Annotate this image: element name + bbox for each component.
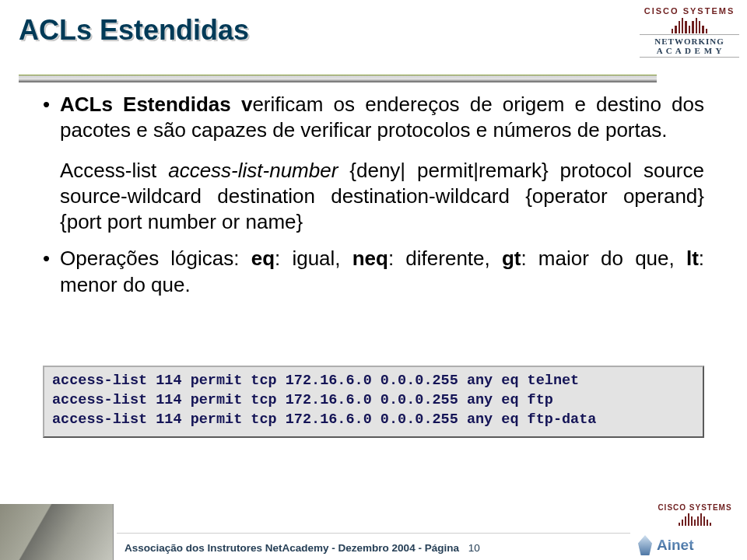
page-title: ACLs Estendidas	[19, 14, 626, 47]
bullet1-bold: ACLs Estendidas v	[60, 93, 252, 116]
footer-divider	[117, 533, 630, 534]
code-line-1: access-list 114 permit tcp 172.16.6.0 0.…	[52, 373, 579, 389]
cisco-logo-top: CISCO SYSTEMS NETWORKING A C A D E M Y	[640, 6, 739, 79]
b2-pre: Operações lógicas:	[60, 247, 251, 270]
ainet-logo: Ainet	[638, 535, 739, 555]
ainet-icon	[638, 535, 652, 555]
page-number: 10	[468, 542, 480, 554]
cisco-systems-label: CISCO SYSTEMS	[644, 6, 735, 16]
code-line-2: access-list 114 permit tcp 172.16.6.0 0.…	[52, 392, 553, 408]
b2-lt: lt	[686, 247, 699, 270]
footer-photo-icon	[0, 504, 114, 560]
title-block: ACLs Estendidas ACLs Estendidas	[19, 14, 626, 47]
syntax-line: Access-list access-list-number {deny| pe…	[43, 158, 704, 236]
b2-gt-txt: : maior do que,	[521, 247, 686, 270]
b2-eq-txt: : igual,	[275, 247, 352, 270]
b2-gt: gt	[502, 247, 521, 270]
footer-text: Associação dos Instrutores NetAcademy - …	[124, 542, 480, 554]
bullet-operacoes-logicas: Operações lógicas: eq: igual, neq: difer…	[43, 246, 704, 298]
body-content: ACLs Estendidas verificam os endereços d…	[43, 92, 704, 312]
cisco-systems-label-small: CISCO SYSTEMS	[658, 503, 731, 512]
acl-code-example: access-list 114 permit tcp 172.16.6.0 0.…	[43, 366, 704, 438]
b2-neq-txt: : diferente,	[388, 247, 502, 270]
b2-eq: eq	[251, 247, 275, 270]
syntax-italic: access-list-number	[168, 159, 338, 182]
cisco-logo-bottom: CISCO SYSTEMS	[651, 503, 739, 526]
syntax-pre: Access-list	[60, 159, 168, 182]
ainet-text: Ainet	[657, 537, 694, 554]
code-line-3: access-list 114 permit tcp 172.16.6.0 0.…	[52, 411, 596, 428]
b2-neq: neq	[352, 247, 388, 270]
cisco-bars-icon-small	[679, 512, 711, 526]
cisco-bars-icon	[672, 16, 707, 33]
slide: CISCO SYSTEMS NETWORKING A C A D E M Y A…	[0, 0, 747, 560]
title-underline	[19, 75, 657, 82]
networking-academy-label: NETWORKING A C A D E M Y	[640, 34, 739, 58]
footer: Associação dos Instrutores NetAcademy - …	[0, 504, 747, 560]
bullet-acls-estendidas: ACLs Estendidas verificam os endereços d…	[43, 92, 704, 144]
